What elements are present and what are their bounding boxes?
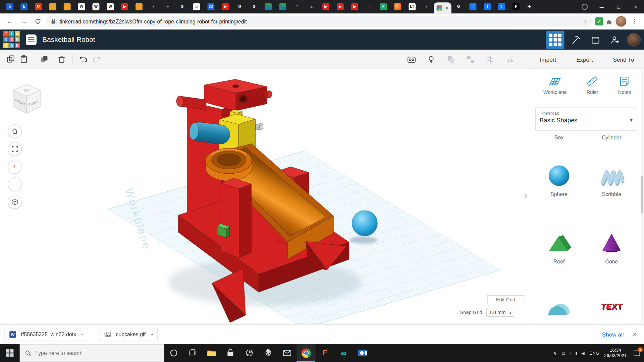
model-left-pillar[interactable] <box>221 178 252 258</box>
shape-library-dropdown[interactable]: Tinkercad Basic Shapes ▾ <box>535 108 637 131</box>
start-button[interactable] <box>0 344 20 362</box>
shape-scribble[interactable]: Scribble <box>585 163 638 197</box>
scrollbar-thumb[interactable] <box>641 176 643 214</box>
tinkercad-logo[interactable]: TINKERCAD <box>3 31 20 48</box>
mail-icon[interactable] <box>278 344 297 362</box>
model-green-cube[interactable] <box>217 224 230 238</box>
download-item-dotx[interactable]: W tf55635225_win32.dotx › <box>4 328 88 341</box>
3d-scene-canvas[interactable]: Workplane <box>0 69 530 324</box>
browser-tab[interactable]: F <box>509 0 523 13</box>
steam-icon[interactable] <box>240 344 259 362</box>
search-input[interactable] <box>35 350 146 356</box>
add-user-icon[interactable] <box>607 32 624 48</box>
zoom-out-button[interactable]: − <box>8 177 22 191</box>
bookmark-star-icon[interactable]: ☆ <box>583 18 588 25</box>
browser-tab[interactable]: f <box>466 0 480 13</box>
tray-expand-icon[interactable]: ∧ <box>553 350 557 356</box>
browser-tab[interactable]: b <box>17 0 31 13</box>
browser-tab[interactable]: f <box>494 0 509 13</box>
window-close-button[interactable]: × <box>627 0 644 13</box>
workplane-tool[interactable]: Workplane <box>543 75 567 95</box>
adblock-extension-icon[interactable]: ✓ <box>595 17 603 25</box>
forward-button[interactable]: → <box>18 16 30 27</box>
cortana-icon[interactable] <box>164 344 183 362</box>
browser-tab[interactable]: ▶ <box>333 0 347 13</box>
delete-icon[interactable] <box>55 53 68 66</box>
browser-tab[interactable]: ▲ <box>304 0 319 13</box>
download-chevron-icon[interactable]: › <box>148 333 155 335</box>
tray-icons[interactable]: ▤◌▮◀ <box>561 351 584 355</box>
model-blue-sphere[interactable] <box>352 210 377 236</box>
browser-tab[interactable]: b <box>2 0 17 13</box>
blocks-view-button[interactable] <box>546 31 565 49</box>
shape-roof[interactable]: Roof <box>533 231 585 265</box>
panel-scrollbar[interactable] <box>641 69 644 324</box>
window-minimize-button[interactable]: — <box>593 0 610 13</box>
notes-tool[interactable]: Notes <box>618 75 631 95</box>
browser-tab[interactable]: ● <box>419 0 434 13</box>
browser-tab[interactable]: ● <box>146 0 161 13</box>
browser-tab[interactable]: 3D <box>204 0 218 13</box>
model-red-head[interactable] <box>176 79 272 111</box>
browser-tab[interactable]: W <box>103 0 117 13</box>
browser-tab[interactable]: f <box>480 0 494 13</box>
shape-sphere[interactable]: Sphere <box>533 163 585 197</box>
browser-tab[interactable]: F <box>376 0 391 13</box>
mirror-icon[interactable] <box>503 53 517 66</box>
calendar-icon[interactable] <box>587 32 604 48</box>
address-bar[interactable]: tinkercad.com/things/bzZ2siwsOfm-copy-of… <box>46 16 593 27</box>
model-chute-bowl[interactable] <box>206 148 252 181</box>
browser-tab[interactable]: G <box>232 0 247 13</box>
redo-icon[interactable] <box>90 53 103 66</box>
browser-tab[interactable]: * <box>290 0 304 13</box>
chrome-taskbar-icon[interactable] <box>297 344 315 362</box>
duplicate-icon[interactable] <box>38 53 51 66</box>
tab-close-icon[interactable]: × <box>446 5 449 11</box>
panel-collapse-icon[interactable]: › <box>524 190 527 201</box>
browser-tab[interactable] <box>276 0 290 13</box>
browser-tab[interactable]: W <box>74 0 89 13</box>
browser-tab[interactable] <box>132 0 146 13</box>
design-menu-icon[interactable] <box>26 34 37 45</box>
tray-status-icon[interactable]: ◀ <box>581 351 584 355</box>
undo-icon[interactable] <box>77 53 90 66</box>
shape-cone[interactable]: Cone <box>585 231 638 265</box>
import-button[interactable]: Import <box>537 54 558 64</box>
task-view-icon[interactable] <box>183 344 202 362</box>
f-app-icon[interactable]: F <box>315 344 334 362</box>
tinker-pickaxe-icon[interactable] <box>568 32 584 48</box>
export-button[interactable]: Export <box>574 54 595 64</box>
infinity-app-icon[interactable]: ∞ <box>334 344 353 362</box>
browser-tab[interactable] <box>261 0 276 13</box>
send-to-button[interactable]: Send To <box>610 54 636 64</box>
browser-tab[interactable] <box>60 0 74 13</box>
snap-grid-select[interactable]: 1.0 mm ▴ <box>486 308 514 317</box>
download-item-gif[interactable]: cupcakes.gif › <box>99 328 158 341</box>
action-center-icon[interactable]: 4 <box>632 348 641 358</box>
new-tab-button[interactable]: + <box>523 1 536 12</box>
browser-tab[interactable] <box>390 0 405 13</box>
browser-menu-icon[interactable]: ⋮ <box>629 18 640 25</box>
show-all-icon[interactable] <box>405 53 418 66</box>
zoom-in-button[interactable]: + <box>8 160 22 174</box>
shape-box[interactable]: Box <box>533 135 585 141</box>
browser-tab[interactable]: ▶ <box>347 0 362 13</box>
browser-tab[interactable]: W <box>89 0 103 13</box>
paste-icon[interactable] <box>17 53 30 66</box>
ruler-tool[interactable]: Ruler <box>586 75 599 95</box>
show-all-downloads-button[interactable]: Show all <box>602 331 624 338</box>
browser-account-avatar[interactable] <box>616 16 627 27</box>
active-tab-tinkercad[interactable]: × <box>434 2 451 13</box>
shape-round-roof[interactable] <box>533 294 585 319</box>
browser-tab[interactable]: O <box>31 0 46 13</box>
browser-tab[interactable]: ▶ <box>117 0 132 13</box>
browser-tab[interactable]: ▶ <box>319 0 333 13</box>
alienware-icon[interactable] <box>259 344 277 362</box>
align-icon[interactable] <box>484 53 497 66</box>
camera-app-icon[interactable] <box>353 344 372 362</box>
group-icon[interactable] <box>444 53 458 66</box>
tray-status-icon[interactable]: ▤ <box>561 351 566 355</box>
browser-tab[interactable]: ▶ <box>218 0 232 13</box>
browser-profile-icon[interactable] <box>582 4 588 10</box>
home-view-button[interactable] <box>8 124 22 138</box>
